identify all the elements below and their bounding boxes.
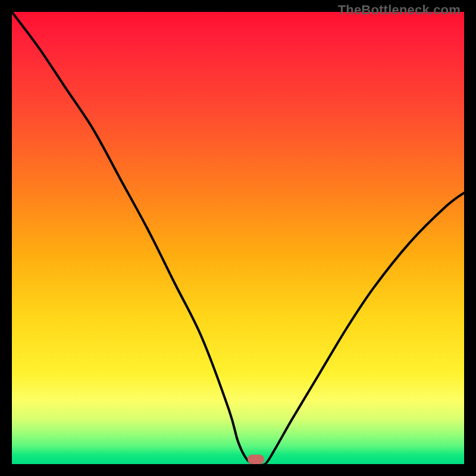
bottleneck-curve bbox=[12, 12, 464, 464]
optimal-marker bbox=[248, 455, 264, 464]
chart-frame: TheBottleneck.com bbox=[0, 0, 476, 476]
plot-area bbox=[12, 12, 464, 464]
